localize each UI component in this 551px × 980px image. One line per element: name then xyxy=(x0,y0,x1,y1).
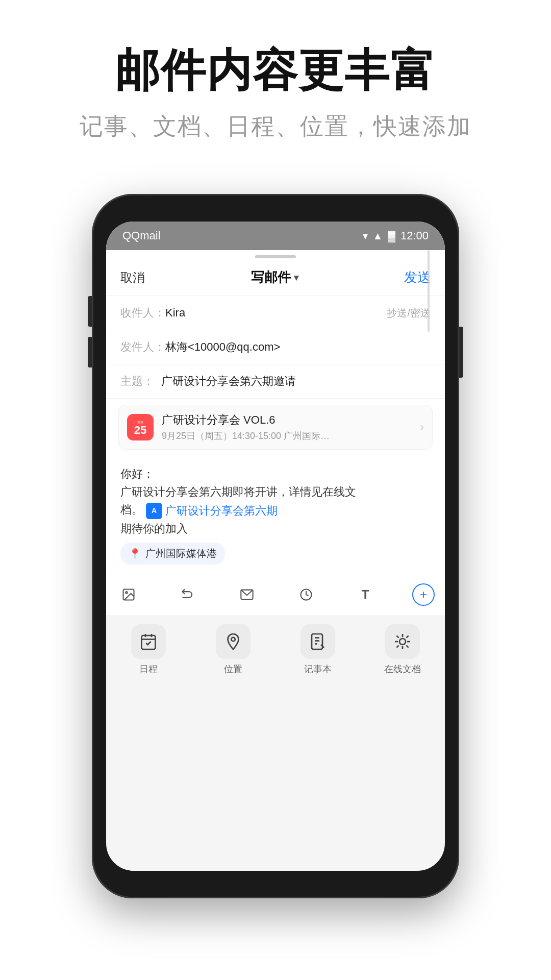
drag-bar xyxy=(255,255,296,258)
svg-line-20 xyxy=(396,646,398,648)
from-value[interactable]: 林海<10000@qq.com> xyxy=(165,339,431,355)
doc-link[interactable]: 广研设计分享会第六期 xyxy=(165,502,278,520)
wifi-icon: ▾ xyxy=(363,230,368,242)
phone-screen: QQmail ▾ ▲ ▓ 12:00 取消 写邮件 xyxy=(106,222,445,871)
volume-down-button xyxy=(88,337,92,368)
add-toolbar-button[interactable]: + xyxy=(412,583,435,606)
text-toolbar-icon[interactable]: T xyxy=(353,582,378,607)
location-text: 广州国际媒体港 xyxy=(145,547,217,560)
to-value[interactable]: Kira xyxy=(165,306,387,320)
online-doc-action-label: 在线文档 xyxy=(384,663,421,675)
doc-icon: A xyxy=(146,503,162,519)
location-action-label: 位置 xyxy=(224,663,242,675)
location-action[interactable]: 位置 xyxy=(191,624,276,675)
svg-line-16 xyxy=(396,636,398,638)
svg-point-1 xyxy=(126,592,128,594)
email-compose: 取消 写邮件 ▾ 发送 收件人： Kira 抄送/密送 发件人： 林海<10 xyxy=(106,258,445,682)
online-doc-action-icon xyxy=(385,624,420,659)
signal-icon: ▲ xyxy=(373,230,383,242)
status-time: 12:00 xyxy=(400,229,429,242)
clock-toolbar-icon[interactable] xyxy=(294,582,318,607)
svg-point-13 xyxy=(399,639,406,645)
status-right: ▾ ▲ ▓ 12:00 xyxy=(363,229,429,242)
email-toolbar-icon[interactable] xyxy=(235,582,259,607)
doc-inline-ref: A 广研设计分享会第六期 xyxy=(146,502,278,520)
calendar-action-label: 日程 xyxy=(139,663,158,675)
svg-point-8 xyxy=(231,638,235,642)
email-body[interactable]: 你好： 广研设计分享会第六期即将开讲，详情见在线文 档。 A 广研设计分享会第六… xyxy=(106,456,445,574)
page-subtitle: 记事、文档、日程、位置，快速添加 xyxy=(0,111,551,142)
send-button[interactable]: 发送 xyxy=(404,268,431,286)
location-chip[interactable]: 📍 广州国际媒体港 xyxy=(120,543,225,565)
svg-rect-9 xyxy=(312,634,322,649)
phone-mockup: QQmail ▾ ▲ ▓ 12:00 取消 写邮件 xyxy=(92,194,459,898)
compose-toolbar: T + xyxy=(106,574,445,615)
cc-label[interactable]: 抄送/密送 xyxy=(387,306,431,320)
svg-line-21 xyxy=(406,636,408,638)
event-info: 广研设计分享会 VOL.6 9月25日（周五）14:30-15:00 广州国际… xyxy=(162,412,420,442)
image-toolbar-icon[interactable] xyxy=(116,582,141,607)
bottom-action-bar: 日程 位置 xyxy=(106,615,445,682)
status-bar: QQmail ▾ ▲ ▓ 12:00 xyxy=(106,222,445,250)
notes-action-icon xyxy=(300,624,335,659)
battery-icon: ▓ xyxy=(388,230,395,242)
compose-nav: 取消 写邮件 ▾ 发送 xyxy=(106,258,445,296)
subject-value[interactable]: 广研设计分享会第六期邀请 xyxy=(161,374,431,389)
from-label: 发件人： xyxy=(120,339,165,355)
online-doc-action[interactable]: 在线文档 xyxy=(360,624,445,675)
scroll-indicator xyxy=(428,250,430,332)
calendar-action[interactable]: 日程 xyxy=(106,624,191,675)
event-detail: 9月25日（周五）14:30-15:00 广州国际… xyxy=(162,430,420,442)
svg-line-17 xyxy=(406,646,408,648)
to-field-row: 收件人： Kira 抄送/密送 xyxy=(106,296,445,330)
event-card[interactable]: ■■ 25 广研设计分享会 VOL.6 9月25日（周五）14:30-15:00… xyxy=(118,405,433,450)
power-button xyxy=(459,327,463,378)
body-line2: 档。 A 广研设计分享会第六期 xyxy=(120,501,431,520)
location-pin-icon: 📍 xyxy=(129,548,141,560)
svg-rect-4 xyxy=(142,635,156,649)
app-name-label: QQmail xyxy=(122,229,161,242)
undo-toolbar-icon[interactable] xyxy=(176,582,200,607)
page-header: 邮件内容更丰富 记事、文档、日程、位置，快速添加 xyxy=(0,0,551,163)
notes-action[interactable]: 记事本 xyxy=(276,624,360,675)
body-line3: 期待你的加入 xyxy=(120,520,431,537)
from-field-row: 发件人： 林海<10000@qq.com> xyxy=(106,330,445,364)
to-label: 收件人： xyxy=(120,305,165,321)
calendar-icon: ■■ 25 xyxy=(127,414,154,440)
compose-title: 写邮件 ▾ xyxy=(251,268,298,286)
body-line1: 广研设计分享会第六期即将开讲，详情见在线文 xyxy=(120,483,431,501)
calendar-action-icon xyxy=(131,624,166,659)
body-greeting: 你好： xyxy=(120,465,431,483)
subject-field-row: 主题： 广研设计分享会第六期邀请 xyxy=(106,364,445,399)
volume-up-button xyxy=(88,296,92,327)
title-dropdown-arrow-icon[interactable]: ▾ xyxy=(294,272,298,283)
page-title: 邮件内容更丰富 xyxy=(0,46,551,95)
event-arrow-icon: › xyxy=(420,421,424,434)
notes-action-label: 记事本 xyxy=(304,663,332,675)
drag-handle-area xyxy=(106,250,445,258)
event-title: 广研设计分享会 VOL.6 xyxy=(162,412,420,428)
cancel-button[interactable]: 取消 xyxy=(120,270,145,286)
subject-label: 主题： xyxy=(120,374,161,389)
phone-shell: QQmail ▾ ▲ ▓ 12:00 取消 写邮件 xyxy=(92,194,459,898)
location-action-icon xyxy=(216,624,251,659)
